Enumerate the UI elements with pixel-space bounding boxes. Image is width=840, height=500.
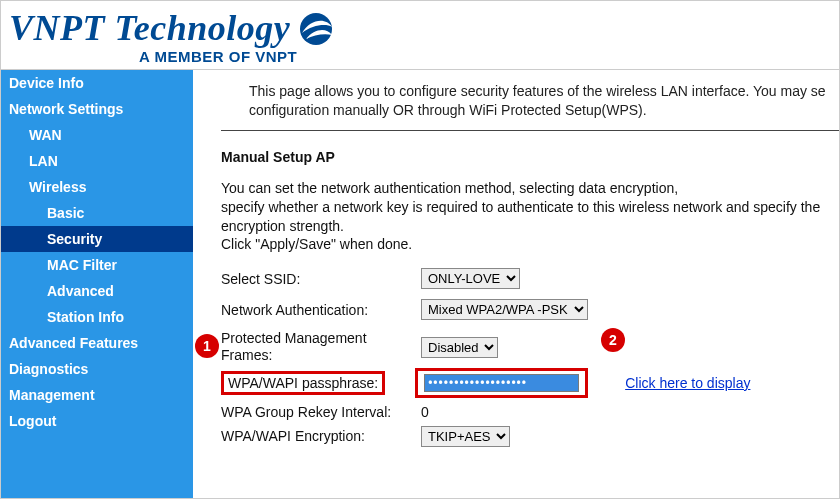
sidebar-item-security[interactable]: Security: [1, 226, 193, 252]
sidebar-item-station-info[interactable]: Station Info: [1, 304, 193, 330]
page-header: VNPT Technology A MEMBER OF VNPT: [0, 0, 840, 69]
sidebar-item-advanced[interactable]: Advanced: [1, 278, 193, 304]
manual-setup-description: You can set the network authentication m…: [221, 179, 839, 255]
ssid-select[interactable]: ONLY-LOVE: [421, 268, 520, 289]
passphrase-label-highlight: WPA/WAPI passphrase:: [221, 371, 385, 395]
row-encryption: WPA/WAPI Encryption: TKIP+AES: [221, 426, 839, 447]
sidebar-item-mac-filter[interactable]: MAC Filter: [1, 252, 193, 278]
row-pmf: 1 Protected Management Frames: Disabled …: [221, 330, 839, 364]
divider: [221, 130, 839, 131]
passphrase-label: WPA/WAPI passphrase:: [228, 375, 378, 391]
auth-label: Network Authentication:: [221, 302, 421, 318]
rekey-value: 0: [421, 404, 621, 420]
passphrase-input[interactable]: [424, 374, 579, 392]
encryption-select[interactable]: TKIP+AES: [421, 426, 510, 447]
vnpt-logo-icon: [296, 9, 336, 52]
intro-line1: This page allows you to configure securi…: [249, 83, 826, 99]
sidebar-item-basic[interactable]: Basic: [1, 200, 193, 226]
row-passphrase: WPA/WAPI passphrase: Click here to displ…: [221, 368, 839, 398]
sidebar-item-diagnostics[interactable]: Diagnostics: [1, 356, 193, 382]
sidebar-item-lan[interactable]: LAN: [1, 148, 193, 174]
rekey-label: WPA Group Rekey Interval:: [221, 404, 421, 420]
brand-text: VNPT Technology: [9, 7, 290, 49]
sidebar-item-network-settings[interactable]: Network Settings: [1, 96, 193, 122]
pmf-select[interactable]: Disabled: [421, 337, 498, 358]
sidebar-item-wireless[interactable]: Wireless: [1, 174, 193, 200]
tagline-text: A MEMBER OF VNPT: [139, 48, 831, 69]
sidebar-item-logout[interactable]: Logout: [1, 408, 193, 434]
intro-text: This page allows you to configure securi…: [221, 82, 839, 120]
sidebar-item-management[interactable]: Management: [1, 382, 193, 408]
annotation-marker-1: 1: [195, 334, 219, 358]
sidebar-item-device-info[interactable]: Device Info: [1, 70, 193, 96]
passphrase-input-highlight: [415, 368, 588, 398]
row-select-ssid: Select SSID: ONLY-LOVE: [221, 268, 839, 289]
content-pane: This page allows you to configure securi…: [193, 70, 839, 498]
row-network-auth: Network Authentication: Mixed WPA2/WPA -…: [221, 299, 839, 320]
sidebar-nav: Device InfoNetwork SettingsWANLANWireles…: [1, 70, 193, 498]
encryption-label: WPA/WAPI Encryption:: [221, 428, 421, 444]
logo-row: VNPT Technology: [9, 7, 831, 52]
sidebar-item-advanced-features[interactable]: Advanced Features: [1, 330, 193, 356]
intro-line2: configuration manually OR through WiFi P…: [249, 102, 647, 118]
annotation-marker-2: 2: [601, 328, 625, 352]
ssid-label: Select SSID:: [221, 271, 421, 287]
auth-select[interactable]: Mixed WPA2/WPA -PSK: [421, 299, 588, 320]
main-layout: Device InfoNetwork SettingsWANLANWireles…: [0, 69, 840, 499]
section-title: Manual Setup AP: [221, 149, 839, 165]
row-rekey: WPA Group Rekey Interval: 0: [221, 404, 839, 420]
sidebar-item-wan[interactable]: WAN: [1, 122, 193, 148]
display-passphrase-link[interactable]: Click here to display: [625, 375, 750, 391]
pmf-label: Protected Management Frames:: [221, 330, 421, 364]
